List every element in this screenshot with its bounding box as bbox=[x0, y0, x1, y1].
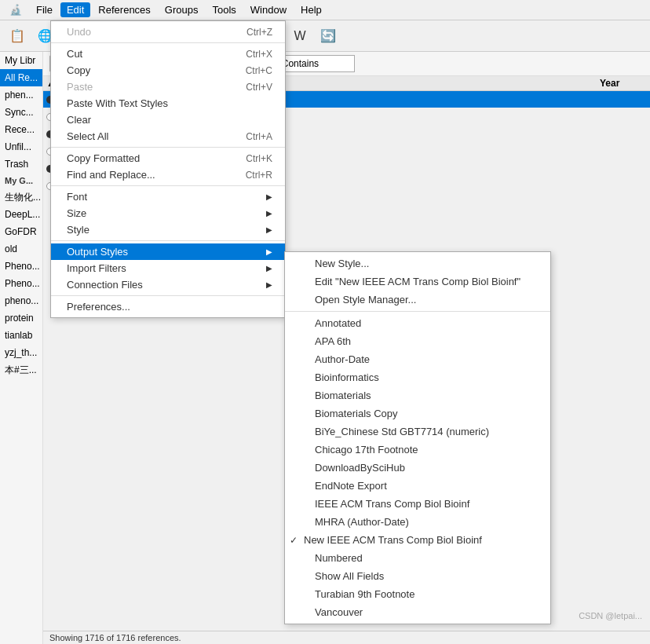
submenu-show-all-fields[interactable]: Show All Fields bbox=[285, 567, 550, 585]
apa6-label: APA 6th bbox=[315, 335, 351, 347]
sidebar-recent[interactable]: Rece... bbox=[0, 121, 42, 138]
menu-import-filters[interactable]: Import Filters ▶ bbox=[51, 260, 285, 276]
submenu-biomaterials[interactable]: Biomaterials bbox=[285, 386, 550, 404]
menu-undo[interactable]: Undo Ctrl+Z bbox=[51, 24, 285, 40]
size-arrow: ▶ bbox=[266, 209, 272, 218]
author-date-label: Author-Date bbox=[315, 353, 370, 365]
submenu-mhra[interactable]: MHRA (Author-Date) bbox=[285, 513, 550, 531]
sidebar-phenobert[interactable]: Pheno... bbox=[0, 258, 42, 275]
submenu-vancouver[interactable]: Vancouver bbox=[285, 603, 550, 621]
sidebar-unfiled[interactable]: Unfil... bbox=[0, 138, 42, 156]
status-text: Showing 1716 of 1716 references. bbox=[49, 633, 181, 642]
submenu-new-ieee-acm[interactable]: ✓ New IEEE ACM Trans Comp Biol Bioinf bbox=[285, 531, 550, 549]
submenu-turabian[interactable]: Turabian 9th Footnote bbox=[285, 585, 550, 603]
sidebar-my-library[interactable]: My Libr bbox=[0, 52, 42, 69]
menu-output-styles[interactable]: Output Styles ▶ bbox=[51, 243, 285, 260]
sidebar-old[interactable]: old bbox=[0, 240, 42, 258]
status-bar: Showing 1716 of 1716 references. bbox=[43, 631, 650, 644]
bioinformatics-label: Bioinformatics bbox=[315, 371, 379, 383]
submenu-biye-chinese[interactable]: BiYe_Chinese Std GBT7714 (numeric) bbox=[285, 423, 550, 441]
sidebar-tianlab[interactable]: tianlab bbox=[0, 327, 42, 344]
style-label: Style bbox=[67, 224, 89, 236]
menu-edit[interactable]: Edit bbox=[60, 2, 90, 17]
menu-tools[interactable]: Tools bbox=[206, 2, 242, 17]
copy-formatted-shortcut: Ctrl+K bbox=[246, 153, 272, 164]
import-filters-arrow: ▶ bbox=[266, 264, 272, 273]
menu-style[interactable]: Style ▶ bbox=[51, 221, 285, 238]
menu-preferences[interactable]: Preferences... bbox=[51, 298, 285, 315]
vancouver-label: Vancouver bbox=[315, 606, 363, 618]
edit-menu: Undo Ctrl+Z Cut Ctrl+X Copy Ctrl+C Paste… bbox=[50, 20, 286, 318]
undo-label: Undo bbox=[67, 26, 91, 38]
menu-copy-formatted[interactable]: Copy Formatted Ctrl+K bbox=[51, 150, 285, 166]
divider-4 bbox=[51, 240, 285, 241]
submenu-ieee-acm[interactable]: IEEE ACM Trans Comp Biol Bioinf bbox=[285, 495, 550, 513]
submenu-open-style-manager[interactable]: Open Style Manager... bbox=[285, 291, 550, 309]
paste-label: Paste bbox=[67, 81, 93, 93]
sidebar-gofdr[interactable]: GoFDR bbox=[0, 223, 42, 240]
output-styles-menu: New Style... Edit "New IEEE ACM Trans Co… bbox=[284, 251, 551, 624]
sidebar-sync[interactable]: Sync... bbox=[0, 104, 42, 121]
menu-help[interactable]: Help bbox=[294, 2, 328, 17]
menu-paste-text[interactable]: Paste With Text Styles bbox=[51, 95, 285, 112]
font-arrow: ▶ bbox=[266, 192, 272, 201]
menu-font[interactable]: Font ▶ bbox=[51, 188, 285, 205]
toolbar-btn-12[interactable]: 🔄 bbox=[316, 24, 341, 48]
col-year-header[interactable]: Year bbox=[600, 78, 647, 89]
menu-groups[interactable]: Groups bbox=[159, 2, 205, 17]
sidebar-bio-group[interactable]: 生物化... bbox=[0, 188, 42, 206]
numbered-label: Numbered bbox=[315, 552, 363, 564]
sidebar: My Libr All Re... phen... Sync... Rece..… bbox=[0, 52, 43, 644]
sidebar-deep-learning[interactable]: DeepL... bbox=[0, 206, 42, 223]
submenu-edit-style[interactable]: Edit "New IEEE ACM Trans Comp Biol Bioin… bbox=[285, 273, 550, 291]
endnote-label: EndNote Export bbox=[315, 480, 387, 492]
submenu-download-scihub[interactable]: DownloadBySciHub bbox=[285, 459, 550, 477]
toolbar-btn-1[interactable]: 📋 bbox=[5, 24, 30, 48]
submenu-biomaterials-copy[interactable]: Biomaterials Copy bbox=[285, 404, 550, 423]
menu-paste[interactable]: Paste Ctrl+V bbox=[51, 79, 285, 95]
app-icon[interactable]: 🔬 bbox=[3, 2, 28, 17]
submenu-new-style[interactable]: New Style... bbox=[285, 254, 550, 273]
contains-field[interactable]: Contains bbox=[276, 55, 355, 72]
sidebar-pheno[interactable]: phen... bbox=[0, 86, 42, 104]
sidebar-all-references[interactable]: All Re... bbox=[0, 69, 42, 86]
biye-label: BiYe_Chinese Std GBT7714 (numeric) bbox=[315, 426, 489, 437]
menu-window[interactable]: Window bbox=[244, 2, 293, 17]
menu-select-all[interactable]: Select All Ctrl+A bbox=[51, 128, 285, 145]
submenu-apa6[interactable]: APA 6th bbox=[285, 332, 550, 350]
menu-cut[interactable]: Cut Ctrl+X bbox=[51, 46, 285, 62]
find-replace-shortcut: Ctrl+R bbox=[246, 170, 272, 181]
cut-label: Cut bbox=[67, 48, 82, 60]
copy-label: Copy bbox=[67, 64, 90, 76]
sidebar-yzj-thesis[interactable]: yzj_th... bbox=[0, 344, 42, 361]
copy-formatted-label: Copy Formatted bbox=[67, 152, 140, 164]
submenu-author-date[interactable]: Author-Date bbox=[285, 350, 550, 368]
submenu-numbered[interactable]: Numbered bbox=[285, 549, 550, 567]
menu-references[interactable]: References bbox=[92, 2, 156, 17]
output-styles-label: Output Styles bbox=[67, 246, 128, 258]
menu-clear[interactable]: Clear bbox=[51, 112, 285, 128]
biomaterials-label: Biomaterials bbox=[315, 390, 371, 401]
toolbar-btn-11[interactable]: W bbox=[287, 24, 312, 48]
preferences-label: Preferences... bbox=[67, 301, 130, 313]
sidebar-local-group[interactable]: 本#三... bbox=[0, 361, 42, 379]
menu-copy[interactable]: Copy Ctrl+C bbox=[51, 62, 285, 79]
submenu-annotated[interactable]: Annotated bbox=[285, 314, 550, 332]
menu-size[interactable]: Size ▶ bbox=[51, 205, 285, 221]
sidebar-phenobert-submission[interactable]: pheno... bbox=[0, 292, 42, 309]
new-ieee-acm-label: New IEEE ACM Trans Comp Biol Bioinf bbox=[304, 534, 482, 546]
submenu-chicago[interactable]: Chicago 17th Footnote bbox=[285, 441, 550, 459]
submenu-endnote-export[interactable]: EndNote Export bbox=[285, 477, 550, 495]
sidebar-phenobert-reviewer[interactable]: Pheno... bbox=[0, 275, 42, 292]
submenu-bioinformatics[interactable]: Bioinformatics bbox=[285, 368, 550, 386]
menu-file[interactable]: File bbox=[30, 2, 59, 17]
menu-connection-files[interactable]: Connection Files ▶ bbox=[51, 276, 285, 293]
select-all-shortcut: Ctrl+A bbox=[246, 131, 272, 142]
turabian-label: Turabian 9th Footnote bbox=[315, 588, 414, 600]
sidebar-protein[interactable]: protein bbox=[0, 309, 42, 327]
paste-shortcut: Ctrl+V bbox=[246, 82, 272, 93]
undo-shortcut: Ctrl+Z bbox=[246, 27, 272, 38]
find-replace-label: Find and Replace... bbox=[67, 169, 155, 181]
sidebar-trash[interactable]: Trash bbox=[0, 156, 42, 173]
menu-find-replace[interactable]: Find and Replace... Ctrl+R bbox=[51, 166, 285, 183]
